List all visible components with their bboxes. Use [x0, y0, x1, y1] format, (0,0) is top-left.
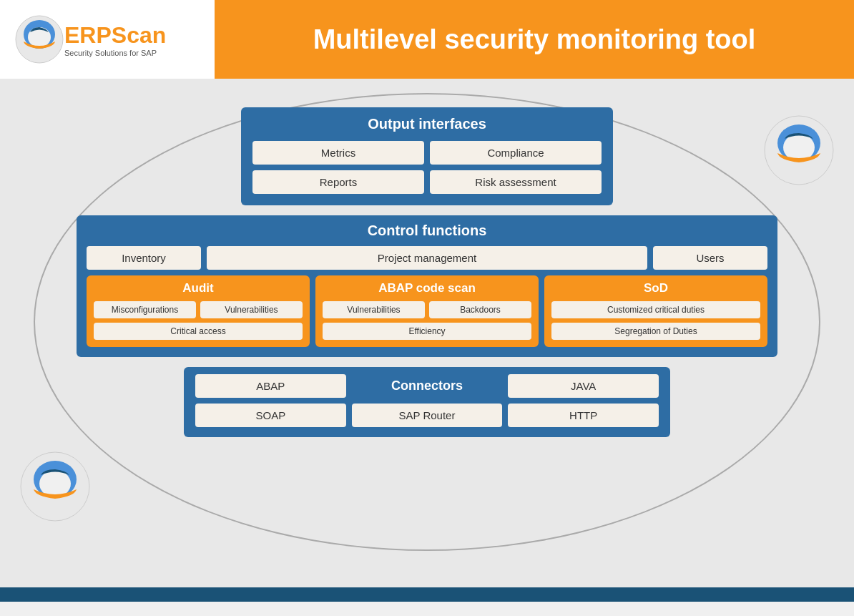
output-reports: Reports	[252, 170, 424, 194]
sub-boxes-row: Audit Misconfigurations Vulnerabilities …	[87, 275, 767, 347]
output-interfaces-grid: Metrics Compliance Reports Risk assessme…	[252, 141, 602, 194]
connectors-title: Connectors	[352, 374, 503, 398]
connectors-box: ABAP Connectors JAVA SOAP SAP Router HTT…	[184, 367, 670, 437]
abap-efficiency: Efficiency	[323, 323, 531, 340]
connector-sap-router: SAP Router	[352, 404, 503, 427]
output-metrics: Metrics	[252, 141, 424, 165]
control-project-management: Project management	[207, 246, 647, 270]
main-title: Multilevel security monitoring tool	[313, 24, 756, 55]
connectors-grid: ABAP Connectors JAVA SOAP SAP Router HTT…	[195, 374, 659, 427]
control-functions-box: Control functions Inventory Project mana…	[77, 215, 777, 357]
abap-box: ABAP code scan Vulnerabilities Backdoors…	[315, 275, 539, 347]
sod-title: SoD	[551, 281, 760, 295]
logo-name: ERPScan	[64, 22, 166, 49]
erpscan-logo-icon	[14, 14, 64, 64]
control-users: Users	[653, 246, 767, 270]
audit-critical-access: Critical access	[94, 323, 303, 340]
connector-soap: SOAP	[195, 404, 346, 427]
main-content: Output interfaces Metrics Compliance Rep…	[0, 79, 854, 602]
control-functions-title: Control functions	[87, 223, 767, 239]
oval-content: Output interfaces Metrics Compliance Rep…	[77, 107, 777, 537]
sod-customized-duties: Customized critical duties	[551, 301, 760, 318]
sod-box: SoD Customized critical duties Segregati…	[544, 275, 767, 347]
abap-backdoors: Backdoors	[429, 301, 531, 318]
header: ERPScan Security Solutions for SAP Multi…	[0, 0, 854, 79]
control-top-row: Inventory Project management Users	[87, 246, 767, 270]
erp-text: ERP	[64, 22, 112, 48]
bottom-bar	[0, 587, 854, 602]
connector-java: JAVA	[508, 374, 659, 398]
output-compliance: Compliance	[430, 141, 602, 165]
audit-critical-row: Critical access	[94, 323, 303, 340]
audit-title: Audit	[94, 281, 303, 295]
oval-container: Output interfaces Metrics Compliance Rep…	[34, 93, 820, 551]
control-inventory: Inventory	[87, 246, 201, 270]
abap-grid: Vulnerabilities Backdoors	[323, 301, 531, 318]
output-interfaces-title: Output interfaces	[252, 116, 602, 132]
audit-grid: Misconfigurations Vulnerabilities	[94, 301, 303, 318]
output-risk-assessment: Risk assessment	[430, 170, 602, 194]
audit-vulnerabilities: Vulnerabilities	[200, 301, 303, 318]
logo-subtitle: Security Solutions for SAP	[64, 49, 166, 57]
connector-abap: ABAP	[195, 374, 346, 398]
logo-text: ERPScan Security Solutions for SAP	[64, 22, 166, 57]
abap-efficiency-row: Efficiency	[323, 323, 531, 340]
audit-misconfigurations: Misconfigurations	[94, 301, 196, 318]
header-title-area: Multilevel security monitoring tool	[215, 0, 854, 79]
sod-grid: Customized critical duties Segregation o…	[551, 301, 760, 340]
logo-area: ERPScan Security Solutions for SAP	[0, 0, 215, 79]
output-interfaces-box: Output interfaces Metrics Compliance Rep…	[241, 107, 613, 205]
scan-text: Scan	[112, 22, 166, 48]
sod-segregation: Segregation of Duties	[551, 323, 760, 340]
audit-box: Audit Misconfigurations Vulnerabilities …	[87, 275, 310, 347]
connector-http: HTTP	[508, 404, 659, 427]
abap-title: ABAP code scan	[323, 281, 531, 295]
abap-vulnerabilities: Vulnerabilities	[323, 301, 425, 318]
